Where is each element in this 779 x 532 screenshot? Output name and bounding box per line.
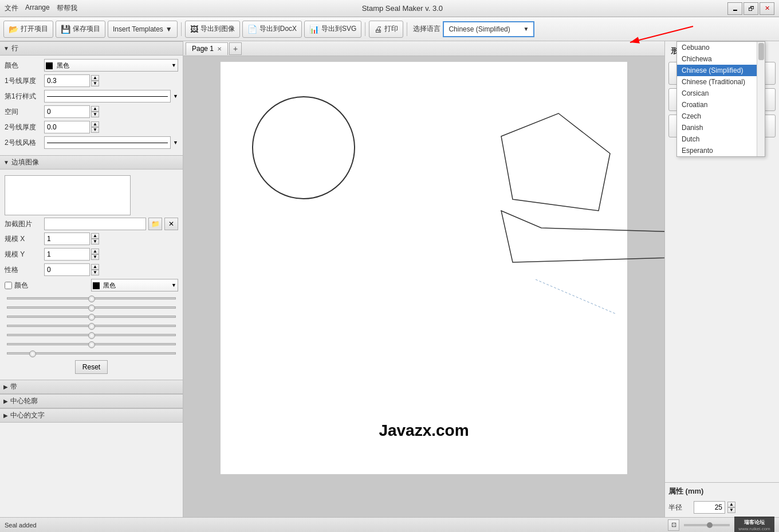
slider-6-thumb[interactable]: [88, 341, 95, 348]
slider-3-track[interactable]: [7, 316, 176, 318]
line1-thickness-control: ▲ ▼: [44, 74, 178, 87]
line2-thickness-control: ▲ ▼: [44, 121, 178, 133]
line2-style-select[interactable]: [44, 136, 171, 149]
slider-5-thumb[interactable]: [88, 332, 95, 339]
menu-arrange[interactable]: Arrange: [25, 3, 50, 13]
property-up[interactable]: ▲: [91, 264, 99, 270]
zoom-thumb[interactable]: [707, 522, 713, 528]
language-selector: 选择语言 Chinese (Simplified) ▼: [413, 21, 534, 37]
insert-templates-button[interactable]: Insert Templates ▼: [108, 21, 178, 38]
radius-input[interactable]: [694, 501, 725, 514]
slider-7-thumb[interactable]: [29, 350, 36, 357]
lang-option-cebuano[interactable]: Cebuano: [677, 42, 765, 53]
color-select-value: 黑色: [46, 61, 69, 70]
language-dropdown-menu: Cebuano Chichewa Chinese (Simplified) Ch…: [676, 41, 765, 157]
slider-4-track[interactable]: [7, 325, 176, 327]
lang-option-dutch[interactable]: Dutch: [677, 133, 765, 145]
band-section-title: 带: [10, 382, 17, 392]
menu-file[interactable]: 文件: [5, 3, 18, 13]
lang-option-chinese-traditional[interactable]: Chinese (Traditional): [677, 76, 765, 88]
close-button[interactable]: ✕: [760, 2, 774, 15]
line2-thickness-up[interactable]: ▲: [91, 121, 99, 127]
color-select[interactable]: 黑色 ▼: [44, 59, 178, 72]
border-color-select[interactable]: 黑色 ▼: [91, 279, 179, 291]
scale-y-down[interactable]: ▼: [91, 254, 99, 260]
space-up[interactable]: ▲: [91, 106, 99, 112]
border-color-checkbox[interactable]: [5, 282, 12, 289]
fit-page-button[interactable]: ⊡: [668, 519, 679, 531]
line2-thickness-down[interactable]: ▼: [91, 127, 99, 133]
lang-option-czech[interactable]: Czech: [677, 111, 765, 122]
row-section-header[interactable]: ▼ 行: [0, 41, 183, 56]
radius-up[interactable]: ▲: [727, 502, 735, 507]
slider-2-track[interactable]: [7, 306, 176, 309]
page-tab-1[interactable]: Page 1 ✕: [186, 42, 228, 55]
border-image-section-header[interactable]: ▼ 边填图像: [0, 155, 183, 170]
scale-x-input[interactable]: [44, 232, 90, 245]
lang-selected-value: Chinese (Simplified): [448, 25, 510, 33]
lang-option-chinese-simplified[interactable]: Chinese (Simplified): [677, 65, 765, 76]
restore-button[interactable]: 🗗: [743, 2, 758, 15]
lang-option-esperanto[interactable]: Esperanto: [677, 145, 765, 156]
slider-5-row: [5, 332, 178, 338]
property-input[interactable]: [44, 263, 90, 276]
center-text-section-header[interactable]: ▶ 中心的文字: [0, 408, 183, 423]
slider-7-track[interactable]: [7, 352, 176, 354]
property-down[interactable]: ▼: [91, 270, 99, 275]
export-docx-button[interactable]: 📄 导出到DocX: [242, 21, 302, 38]
minimize-button[interactable]: 🗕: [727, 2, 742, 15]
clear-file-button[interactable]: ✕: [164, 218, 178, 230]
page-tab-1-label: Page 1: [192, 45, 214, 53]
slider-1-track[interactable]: [7, 297, 176, 300]
center-text-title: 中心的文字: [10, 411, 45, 420]
menu-help[interactable]: 帮帮我: [57, 3, 77, 13]
slider-2-thumb[interactable]: [88, 305, 95, 312]
band-section-header[interactable]: ▶ 带: [0, 380, 183, 394]
line1-thickness-up[interactable]: ▲: [91, 75, 99, 81]
line2-thickness-spinner: ▲ ▼: [91, 121, 99, 133]
lang-option-chichewa[interactable]: Chichewa: [677, 53, 765, 65]
lang-option-danish[interactable]: Danish: [677, 122, 765, 133]
line1-thickness-input[interactable]: [44, 74, 90, 87]
space-spinner: ▲ ▼: [91, 106, 99, 117]
slider-5-track[interactable]: [7, 334, 176, 336]
zoom-slider[interactable]: [684, 524, 730, 526]
scale-x-up[interactable]: ▲: [91, 233, 99, 239]
scale-x-down[interactable]: ▼: [91, 239, 99, 245]
lang-option-croatian[interactable]: Croatian: [677, 99, 765, 111]
export-image-button[interactable]: 🖼 导出到图像: [185, 21, 240, 38]
scale-y-input[interactable]: [44, 248, 90, 261]
line1-thickness-down[interactable]: ▼: [91, 81, 99, 86]
export-svg-button[interactable]: 📊 导出到SVG: [304, 21, 361, 38]
canvas-scroll-area[interactable]: Javazx.com: [183, 56, 664, 517]
space-input[interactable]: [44, 105, 90, 118]
language-dropdown-button[interactable]: Chinese (Simplified) ▼: [443, 21, 534, 37]
canvas-polygon-shape[interactable]: [501, 113, 610, 211]
line1-style-select[interactable]: [44, 90, 171, 103]
browse-file-button[interactable]: 📁: [148, 218, 162, 230]
file-path-input[interactable]: [44, 218, 146, 230]
space-down[interactable]: ▼: [91, 112, 99, 117]
print-button[interactable]: 🖨 打印: [369, 21, 403, 38]
add-page-button[interactable]: +: [229, 42, 242, 55]
slider-3-thumb[interactable]: [88, 314, 95, 321]
dropdown-scrollbar[interactable]: [757, 42, 765, 156]
slider-2-row: [5, 304, 178, 311]
slider-6-track[interactable]: [7, 343, 176, 345]
line2-style-control: ▼: [44, 136, 178, 149]
open-project-button[interactable]: 📂 打开项目: [3, 21, 53, 38]
page-tab-1-close-icon[interactable]: ✕: [217, 46, 222, 52]
canvas-large-polygon-shape[interactable]: [501, 211, 664, 262]
save-project-button[interactable]: 💾 保存项目: [56, 21, 105, 38]
line2-style-preview: [47, 143, 168, 143]
slider-1-thumb[interactable]: [88, 295, 95, 302]
scale-y-up[interactable]: ▲: [91, 249, 99, 254]
slider-4-thumb[interactable]: [88, 323, 95, 330]
line2-thickness-input[interactable]: [44, 121, 90, 133]
center-outline-section-header[interactable]: ▶ 中心轮廓: [0, 394, 183, 408]
border-color-row: 颜色 黑色 ▼: [5, 279, 178, 291]
radius-down[interactable]: ▼: [727, 507, 735, 513]
slider-6-row: [5, 341, 178, 348]
reset-button[interactable]: Reset: [75, 360, 108, 374]
lang-option-corsican[interactable]: Corsican: [677, 88, 765, 99]
